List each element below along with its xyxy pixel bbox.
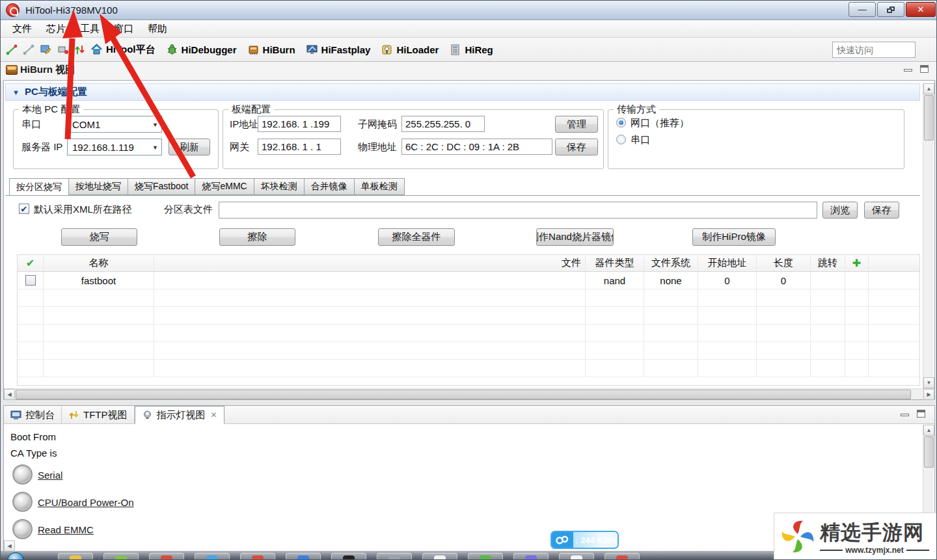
col-start-address[interactable]: 开始地址: [698, 255, 757, 271]
select-all-check-icon[interactable]: ✔: [18, 255, 44, 271]
taskbar-icon[interactable]: [240, 553, 275, 560]
radio-serial[interactable]: [616, 135, 626, 144]
browse-button[interactable]: 浏览: [822, 202, 858, 219]
tab-tftp-view[interactable]: TFTP视图: [62, 406, 135, 424]
server-ip-combo[interactable]: 192.168.1.119 ▼: [67, 139, 162, 155]
table-row[interactable]: fastboot nand none 0 0: [18, 272, 919, 289]
scroll-up-icon[interactable]: ▲: [923, 425, 934, 436]
link-hidebugger[interactable]: HiDebugger: [166, 44, 237, 56]
mac-input[interactable]: [401, 139, 552, 155]
save-partition-button[interactable]: 保存: [864, 202, 899, 219]
tab-burn-by-partition[interactable]: 按分区烧写: [9, 178, 69, 196]
pane-minimize-icon[interactable]: [904, 69, 912, 72]
menu-file[interactable]: 文件: [7, 20, 37, 37]
taskbar-icon[interactable]: [58, 553, 93, 560]
tab-bad-block-check[interactable]: 坏块检测: [254, 178, 305, 195]
scroll-up-icon[interactable]: ▲: [923, 83, 934, 94]
server-ip-label: 服务器 IP: [21, 141, 62, 153]
col-jump[interactable]: 跳转: [811, 255, 845, 271]
tab-indicator-view[interactable]: 指示灯视图 ✕: [135, 406, 224, 424]
disconnect-icon[interactable]: [23, 44, 35, 56]
taskbar-icon[interactable]: [103, 553, 139, 560]
taskbar-icon[interactable]: [377, 553, 412, 560]
close-button[interactable]: ✕: [906, 2, 936, 17]
scroll-thumb[interactable]: [924, 95, 934, 140]
serial-port-combo[interactable]: COM1 ▼: [67, 116, 162, 133]
tftp-arrows-icon: [68, 410, 79, 420]
link-hireg[interactable]: HiReg: [449, 44, 493, 56]
scroll-down-icon[interactable]: ▼: [923, 377, 934, 388]
manage-button[interactable]: 管理: [555, 116, 598, 133]
taskbar-icon[interactable]: [468, 553, 503, 560]
col-length[interactable]: 长度: [757, 255, 811, 271]
col-name[interactable]: 名称: [44, 255, 154, 271]
erase-all-button[interactable]: 擦除全器件: [378, 228, 455, 246]
restore-button[interactable]: [877, 2, 904, 17]
transfer-icon[interactable]: [74, 44, 86, 56]
main-horizontal-scrollbar[interactable]: ◀ ▶: [4, 388, 934, 399]
pane-maximize-icon[interactable]: [917, 410, 925, 418]
pane-minimize-icon[interactable]: [901, 414, 909, 416]
ip-input[interactable]: [258, 116, 341, 132]
link-hitool-platform[interactable]: HiTool平台: [90, 44, 156, 56]
scroll-left-icon[interactable]: ◀: [4, 389, 15, 400]
tab-console[interactable]: 控制台: [4, 406, 62, 424]
tab-board-check[interactable]: 单板检测: [355, 178, 405, 195]
link-hiloader[interactable]: HiLoader: [381, 44, 439, 56]
taskbar-icon[interactable]: [149, 553, 184, 560]
taskbar-icon[interactable]: [422, 553, 457, 560]
col-type[interactable]: 器件类型: [586, 255, 644, 271]
save-board-button[interactable]: 保存: [555, 139, 598, 155]
tab-merge-image[interactable]: 合并镜像: [305, 178, 355, 195]
link-hifastplay[interactable]: HiFastplay: [306, 44, 371, 56]
led-cpu-poweron-label: CPU/Board Power-On: [38, 497, 134, 508]
main-vertical-scrollbar[interactable]: ▲ ▼: [923, 83, 934, 388]
mask-input[interactable]: [401, 116, 485, 132]
taskbar-icon[interactable]: [559, 553, 594, 560]
close-tab-icon[interactable]: ✕: [211, 410, 217, 420]
tab-burn-emmc[interactable]: 烧写eMMC: [195, 178, 254, 195]
scroll-left-icon[interactable]: ◀: [4, 540, 15, 552]
collapse-triangle-icon: ▼: [12, 88, 20, 96]
link-hiburn[interactable]: HiBurn: [247, 44, 295, 56]
taskbar-icon[interactable]: [331, 553, 366, 560]
gateway-input[interactable]: [258, 139, 341, 155]
menu-chip[interactable]: 芯片: [41, 20, 71, 37]
scroll-thumb[interactable]: [924, 436, 934, 468]
loader-icon: [381, 44, 393, 56]
partition-file-input[interactable]: [219, 202, 817, 219]
taskbar-icon[interactable]: [195, 553, 230, 560]
tab-burn-by-address[interactable]: 按地址烧写: [69, 178, 128, 195]
pane-maximize-icon[interactable]: [920, 65, 929, 73]
title-bar[interactable]: HiTool-Hi3798MV100 — ✕: [1, 1, 937, 20]
col-file[interactable]: 文件: [154, 255, 586, 271]
menu-tools[interactable]: 工具: [75, 20, 105, 37]
speed-value: 244 KB/s: [580, 535, 616, 545]
row-checkbox[interactable]: [25, 275, 36, 286]
pc-board-config-header[interactable]: ▼ PC与板端配置: [5, 83, 920, 101]
make-hipro-image-button[interactable]: 制作HiPro镜像: [692, 228, 776, 246]
quick-access-input[interactable]: [832, 42, 916, 58]
start-orb-icon[interactable]: [7, 552, 24, 560]
menu-help[interactable]: 帮助: [143, 20, 172, 37]
xml-path-checkbox[interactable]: ✔: [19, 204, 29, 214]
make-nand-image-button[interactable]: 制作Nand烧片器镜像: [536, 228, 614, 246]
tab-burn-fastboot[interactable]: 烧写Fastboot: [128, 178, 195, 195]
erase-button[interactable]: 擦除: [219, 228, 295, 246]
col-filesystem[interactable]: 文件系统: [644, 255, 698, 271]
taskbar-icon[interactable]: [604, 553, 640, 560]
burn-button[interactable]: 烧写: [61, 228, 137, 246]
refresh-button[interactable]: 刷新: [169, 139, 210, 155]
add-row-icon[interactable]: ✚: [845, 255, 869, 271]
scroll-thumb[interactable]: [16, 390, 911, 399]
connect-icon[interactable]: [6, 44, 18, 56]
radio-network[interactable]: [616, 118, 626, 127]
config-edit-icon[interactable]: [40, 44, 52, 56]
download-speed-badge[interactable]: ↓ 244 KB/s: [550, 531, 619, 549]
menu-window[interactable]: 窗口: [109, 20, 139, 37]
scroll-right-icon[interactable]: ▶: [923, 389, 934, 400]
taskbar-icon[interactable]: [513, 553, 549, 560]
minimize-button[interactable]: —: [849, 2, 876, 17]
taskbar-icon[interactable]: [286, 553, 321, 560]
flash-tool-icon[interactable]: [57, 44, 69, 56]
